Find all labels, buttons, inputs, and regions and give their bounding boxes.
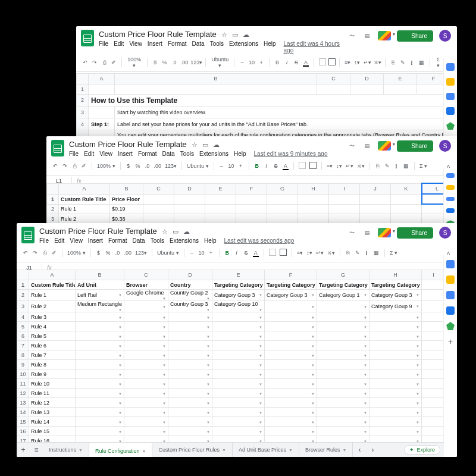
redo-button[interactable]: ↷ — [32, 250, 38, 256]
cell[interactable]: Rule 2 — [29, 301, 76, 312]
sheet-tab[interactable]: Rule Configuration▼ — [89, 443, 152, 457]
font-size-dec[interactable]: – — [189, 250, 195, 256]
cell[interactable] — [422, 350, 444, 360]
link-button[interactable]: ⎘ — [390, 60, 396, 65]
cell[interactable] — [265, 417, 317, 427]
cell[interactable] — [76, 427, 124, 436]
cell[interactable] — [422, 322, 444, 331]
cell[interactable] — [168, 350, 212, 360]
cell[interactable] — [168, 369, 212, 379]
cell[interactable] — [212, 417, 265, 427]
cell[interactable] — [265, 379, 317, 389]
redo-button[interactable]: ↷ — [92, 60, 98, 65]
explore-button[interactable]: Explore — [404, 445, 440, 455]
col-header[interactable]: F — [265, 270, 317, 280]
cell[interactable]: Country Goup 2 — [168, 290, 212, 301]
cell[interactable]: Google Chrome — [124, 290, 168, 301]
number-format-select[interactable]: 123▾ — [190, 60, 201, 65]
cell[interactable] — [265, 389, 317, 398]
row-header[interactable]: 4 — [17, 312, 29, 322]
cell[interactable] — [76, 389, 124, 398]
cell[interactable] — [422, 312, 444, 322]
paint-format-button[interactable]: ✐ — [81, 163, 87, 169]
cell[interactable] — [317, 341, 369, 350]
cell[interactable] — [317, 331, 369, 341]
h-align-button[interactable]: ≡▾ — [345, 60, 350, 65]
chart-button[interactable]: ⫿ — [409, 60, 415, 65]
dec-increase-button[interactable]: .00 — [181, 60, 187, 65]
menu-view[interactable]: View — [99, 151, 112, 157]
menu-edit[interactable]: Edit — [54, 237, 64, 244]
cell[interactable] — [212, 389, 265, 398]
percent-button[interactable]: % — [162, 60, 168, 65]
col-header[interactable]: F — [417, 73, 444, 84]
font-size-inc[interactable]: + — [238, 163, 244, 169]
dec-increase-button[interactable]: .00 — [124, 250, 132, 256]
print-button[interactable]: ⎙ — [42, 250, 48, 256]
cell[interactable] — [212, 369, 265, 379]
menu-tools[interactable]: Tools — [180, 151, 194, 157]
chart-button[interactable]: ⫿ — [364, 250, 370, 256]
row-header[interactable]: 13 — [17, 398, 29, 408]
cell[interactable] — [212, 312, 265, 322]
menu-tools[interactable]: Tools — [210, 40, 224, 54]
sheet-tab[interactable]: Ad Unit Base Prices▼ — [233, 443, 299, 457]
cell[interactable]: $0.19 — [110, 204, 143, 214]
cell[interactable] — [265, 312, 317, 322]
currency-button[interactable]: $ — [152, 60, 158, 65]
col-header[interactable]: C — [124, 270, 168, 280]
cell[interactable] — [317, 301, 369, 312]
cell[interactable] — [265, 369, 317, 379]
borders-button[interactable] — [309, 162, 317, 170]
currency-button[interactable]: $ — [96, 250, 102, 256]
cell[interactable]: Rule 8 — [29, 360, 76, 369]
bold-button[interactable]: B — [224, 250, 230, 256]
cell[interactable] — [212, 341, 265, 350]
cell[interactable]: Custom Rule Title — [59, 194, 110, 204]
row-header[interactable]: 15 — [17, 417, 29, 427]
cell[interactable] — [265, 331, 317, 341]
redo-button[interactable]: ↷ — [62, 163, 68, 169]
dec-increase-button[interactable]: .00 — [154, 163, 162, 169]
contacts-icon[interactable] — [446, 306, 455, 315]
cell[interactable] — [76, 360, 124, 369]
wrap-button[interactable]: ↵▾ — [316, 250, 324, 256]
cell[interactable] — [76, 322, 124, 331]
cell[interactable] — [124, 301, 168, 312]
tasks-icon[interactable] — [446, 197, 455, 202]
v-align-button[interactable]: ↕▾ — [336, 163, 342, 169]
cell[interactable] — [422, 280, 444, 290]
cell[interactable] — [124, 331, 168, 341]
bold-button[interactable]: B — [254, 163, 260, 169]
cell[interactable]: Category Goup 1 — [317, 290, 369, 301]
cell[interactable] — [265, 301, 317, 312]
avatar[interactable]: S — [439, 30, 451, 42]
filter-button[interactable]: ▦ — [403, 163, 409, 169]
col-header[interactable]: K — [391, 183, 422, 194]
last-edit-link[interactable]: Last edit was 4 hours ago — [284, 40, 347, 54]
rotate-button[interactable]: ⤭▾ — [374, 60, 380, 65]
cell[interactable] — [168, 360, 212, 369]
menu-file[interactable]: File — [99, 40, 108, 54]
fill-color-button[interactable] — [319, 58, 325, 67]
cell[interactable] — [76, 398, 124, 408]
tasks-icon[interactable] — [446, 93, 455, 101]
percent-button[interactable]: % — [105, 250, 111, 256]
row-header[interactable]: 10 — [17, 369, 29, 379]
cell[interactable]: Rule 10 — [29, 379, 76, 389]
cell[interactable] — [124, 408, 168, 417]
cell[interactable] — [369, 360, 422, 369]
menu-view[interactable]: View — [129, 40, 142, 54]
keep-icon[interactable] — [446, 185, 455, 190]
cell[interactable]: Category Goup 10 — [212, 301, 265, 312]
col-header[interactable]: H — [369, 270, 422, 280]
sheet-tab[interactable]: Custom Price Floor Rules▼ — [152, 443, 232, 457]
number-format-select[interactable]: 123▾ — [135, 250, 147, 256]
cell[interactable]: Targeting Category 4 — [265, 280, 317, 290]
cell[interactable] — [124, 427, 168, 436]
cell[interactable] — [317, 427, 369, 436]
dec-decrease-button[interactable]: .0 — [171, 60, 177, 65]
comment-button[interactable]: ✎ — [355, 250, 361, 256]
cell[interactable]: Price Floor — [110, 194, 143, 204]
col-header[interactable]: A — [89, 73, 115, 84]
